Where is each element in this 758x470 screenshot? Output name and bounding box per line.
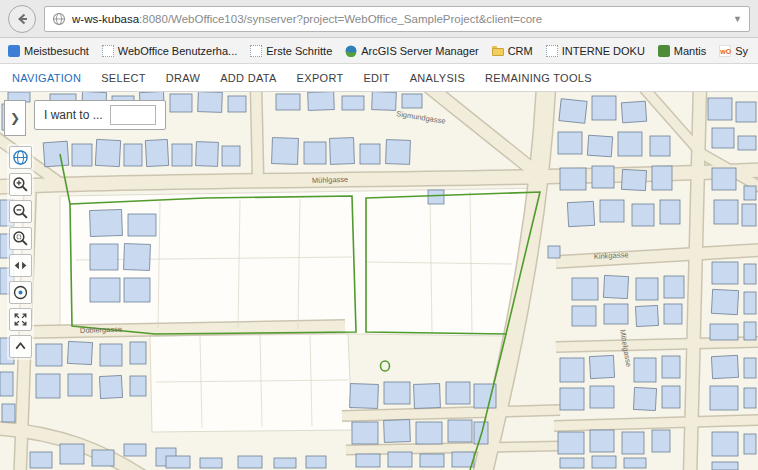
zoom-out-icon xyxy=(12,203,29,220)
i-want-to-label: I want to ... xyxy=(44,108,103,122)
extent-history-icon xyxy=(12,257,29,274)
map-tool-column xyxy=(7,144,34,360)
chevron-up-icon xyxy=(12,338,29,355)
bookmark-crm[interactable]: CRM xyxy=(492,45,533,57)
map-viewport[interactable]: Mühlgasse Sigmundgasse Kinkgasse Dobierg… xyxy=(0,92,758,470)
bookmark-erste-schritte[interactable]: Erste Schritte xyxy=(250,45,332,57)
url-text: w-ws-kubasa:8080/WebOffice103/synserver?… xyxy=(72,13,542,25)
full-extent-icon xyxy=(12,311,29,328)
map-canvas[interactable]: Mühlgasse Sigmundgasse Kinkgasse Dobierg… xyxy=(0,92,758,470)
weboffice-icon: wO xyxy=(719,45,731,57)
bookmark-label: Erste Schritte xyxy=(266,45,332,57)
zoom-window-icon xyxy=(12,230,29,247)
default-bookmark-icon xyxy=(546,45,558,57)
mantis-icon xyxy=(658,45,670,57)
back-button[interactable] xyxy=(8,5,36,33)
folder-icon xyxy=(492,45,504,57)
back-arrow-icon xyxy=(15,12,29,26)
tab-draw[interactable]: DRAW xyxy=(156,72,210,84)
extent-history-button[interactable] xyxy=(9,254,32,277)
address-bar[interactable]: w-ws-kubasa:8080/WebOffice103/synserver?… xyxy=(44,6,750,32)
default-bookmark-icon xyxy=(102,45,114,57)
i-want-to-widget: I want to ... xyxy=(34,100,166,130)
default-bookmark-icon xyxy=(250,45,262,57)
most-visited-icon xyxy=(8,45,20,57)
zoom-in-icon xyxy=(12,176,29,193)
urlbar-dropdown-icon[interactable]: ▼ xyxy=(733,14,742,24)
browser-toolbar: w-ws-kubasa:8080/WebOffice103/synserver?… xyxy=(0,0,758,38)
street-label: Mühlgasse xyxy=(312,175,349,185)
full-extent-button[interactable] xyxy=(9,308,32,331)
bookmark-meistbesucht[interactable]: Meistbesucht xyxy=(8,45,89,57)
tab-export[interactable]: EXPORT xyxy=(287,72,354,84)
sidebar-expand-button[interactable]: ❯ xyxy=(4,100,26,136)
bookmark-weboffice-benutzerhandbuch[interactable]: WebOffice Benutzerha... xyxy=(102,45,237,57)
zoom-window-button[interactable] xyxy=(9,227,32,250)
bookmark-label: INTERNE DOKU xyxy=(562,45,645,57)
center-point-button[interactable] xyxy=(9,281,32,304)
site-globe-icon xyxy=(52,12,66,26)
scroll-tools-up-button[interactable] xyxy=(9,335,32,358)
url-path: :8080/WebOffice103/synserver?project=Web… xyxy=(139,13,542,25)
bookmark-mantis[interactable]: Mantis xyxy=(658,45,706,57)
tab-edit[interactable]: EDIT xyxy=(353,72,399,84)
i-want-to-input[interactable] xyxy=(110,105,156,125)
tab-remaining-tools[interactable]: REMAINING TOOLS xyxy=(475,72,602,84)
bookmark-label: Sy xyxy=(735,45,748,57)
url-host: w-ws-kubasa xyxy=(72,13,139,25)
tab-navigation[interactable]: NAVIGATION xyxy=(2,72,91,84)
chevron-right-icon: ❯ xyxy=(10,111,20,125)
zoom-in-button[interactable] xyxy=(9,173,32,196)
bookmark-interne-doku[interactable]: INTERNE DOKU xyxy=(546,45,645,57)
bookmark-label: Meistbesucht xyxy=(24,45,89,57)
tab-add-data[interactable]: ADD DATA xyxy=(210,72,286,84)
center-point-icon xyxy=(12,284,29,301)
weboffice-menu-bar: NAVIGATION SELECT DRAW ADD DATA EXPORT E… xyxy=(0,64,758,92)
street-label: Dobiergasse xyxy=(80,325,122,335)
bookmark-label: Mantis xyxy=(674,45,706,57)
bookmarks-bar: Meistbesucht WebOffice Benutzerha... Ers… xyxy=(0,38,758,64)
zoom-out-button[interactable] xyxy=(9,200,32,223)
bookmark-label: ArcGIS Server Manager xyxy=(361,45,478,57)
street-label: Kinkgasse xyxy=(594,250,629,261)
bookmark-label: CRM xyxy=(508,45,533,57)
tab-analysis[interactable]: ANALYSIS xyxy=(400,72,475,84)
bookmark-arcgis-server-manager[interactable]: ArcGIS Server Manager xyxy=(345,45,478,57)
tab-select[interactable]: SELECT xyxy=(91,72,156,84)
bookmark-label: WebOffice Benutzerha... xyxy=(118,45,237,57)
arcgis-globe-icon xyxy=(345,45,357,57)
overview-globe-button[interactable] xyxy=(9,146,32,169)
globe-icon xyxy=(12,149,29,166)
bookmark-synergis[interactable]: wO Sy xyxy=(719,45,748,57)
